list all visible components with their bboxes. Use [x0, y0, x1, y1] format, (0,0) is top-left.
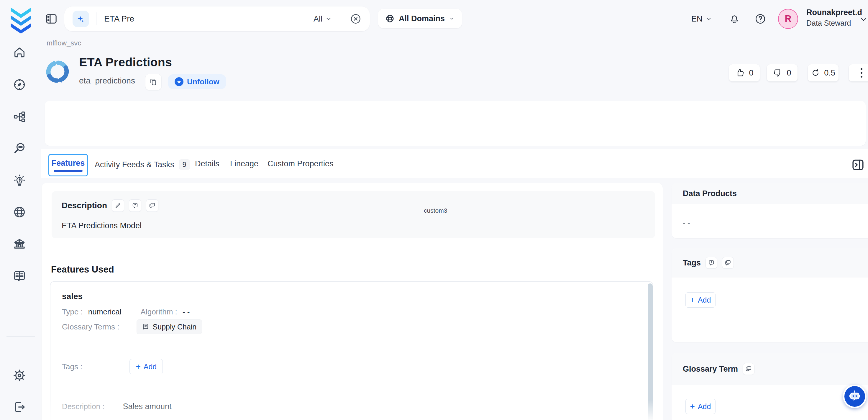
ai-sparkles-icon[interactable] — [72, 11, 89, 27]
upvote-button[interactable]: 0 — [729, 64, 760, 82]
app-root: ETA Pre All All Domains EN R Rounakpreet… — [0, 0, 868, 420]
user-menu-chevron-icon[interactable] — [860, 16, 868, 24]
globe-icon — [385, 14, 395, 23]
ml-model-icon — [43, 57, 72, 86]
tags-conversations-icon[interactable] — [722, 257, 734, 269]
add-glossary-term-button[interactable]: + Add — [685, 399, 715, 414]
assistant-bot-button[interactable] — [843, 385, 867, 408]
features-tab-panel: Description custom3 ETA Predictions Mode… — [41, 183, 663, 420]
copy-button[interactable] — [145, 74, 162, 90]
chevron-down-icon — [706, 16, 712, 22]
entity-summary-card: Domain Customer Owners No Owners Tier Ti… — [45, 101, 866, 146]
copy-icon — [149, 78, 157, 86]
description-text: ETA Predictions Model — [62, 221, 142, 230]
feature-list-scrollbar[interactable] — [648, 283, 653, 420]
feature-name: sales — [62, 292, 83, 301]
version-value: 0.5 — [824, 68, 835, 78]
tab-features[interactable]: Features — [49, 154, 88, 176]
search-scope-label: All — [313, 14, 322, 24]
search-divider — [96, 12, 96, 25]
insights-bulb-icon[interactable] — [12, 173, 27, 188]
description-conversations-icon[interactable] — [146, 200, 158, 212]
language-dropdown[interactable]: EN — [691, 11, 712, 27]
tab-lineage[interactable]: Lineage — [230, 159, 258, 169]
govern-bank-icon[interactable] — [12, 237, 27, 252]
features-used-heading: Features Used — [51, 264, 114, 275]
glossary-term-chip[interactable]: Supply Chain — [136, 320, 202, 334]
type-label: Type : — [62, 307, 83, 317]
version-button[interactable]: 0.5 — [808, 64, 838, 82]
request-description-icon[interactable] — [129, 200, 141, 212]
glossary-conversations-icon[interactable] — [743, 363, 754, 375]
feature-description-label: Description : — [62, 402, 105, 411]
add-label: Add — [698, 296, 711, 304]
feature-description-value: Sales amount — [123, 402, 172, 411]
collapse-right-panel-icon[interactable] — [850, 157, 865, 172]
tab-details[interactable]: Details — [195, 159, 219, 169]
entity-fqn: eta_predictions — [79, 76, 135, 86]
data-flow-icon[interactable] — [12, 109, 27, 124]
tab-features-label: Features — [52, 159, 85, 168]
version-refresh-icon — [811, 68, 820, 77]
sidebar-toggle-icon[interactable] — [44, 11, 59, 27]
user-role: Data Steward — [806, 18, 862, 28]
observability-lens-icon[interactable] — [12, 141, 27, 156]
tab-details-label: Details — [195, 159, 219, 169]
sidebar-divider — [6, 336, 35, 337]
star-circle-icon: ★ — [175, 77, 183, 86]
tab-activity-feeds[interactable]: Activity Feeds & Tasks 9 — [95, 159, 190, 170]
upvote-count: 0 — [749, 68, 753, 78]
plus-icon: + — [136, 362, 141, 371]
search-clear-icon[interactable] — [350, 13, 362, 25]
explore-compass-icon[interactable] — [12, 77, 27, 92]
chevron-down-icon — [325, 16, 332, 22]
user-menu[interactable]: Rounakpreet.d Data Steward — [806, 7, 862, 28]
add-feature-tag-button[interactable]: + Add — [129, 359, 163, 374]
globe-icon[interactable] — [12, 204, 27, 220]
logout-icon[interactable] — [12, 399, 27, 415]
edit-description-icon[interactable] — [112, 200, 124, 212]
avatar-initial: R — [785, 13, 791, 24]
tab-custom-properties-label: Custom Properties — [268, 159, 334, 169]
more-actions-button[interactable] — [849, 64, 868, 82]
tags-card: Tags + Add — [672, 248, 868, 342]
tab-activity-count-badge: 9 — [179, 159, 190, 170]
tags-title: Tags — [683, 258, 701, 268]
data-products-empty: - - — [683, 218, 690, 228]
user-avatar[interactable]: R — [778, 9, 798, 29]
downvote-button[interactable]: 0 — [767, 64, 798, 82]
feature-tags-row: Tags : + Add — [62, 359, 163, 374]
notifications-bell-icon[interactable] — [728, 13, 740, 25]
tab-bar: Features Activity Feeds & Tasks 9 Detail… — [41, 149, 868, 178]
home-icon[interactable] — [12, 45, 27, 60]
thumbs-up-icon — [735, 68, 745, 78]
feature-glossary-row: Glossary Terms : Supply Chain — [62, 320, 202, 334]
tab-custom-properties[interactable]: Custom Properties — [268, 159, 334, 169]
domain-filter-label: All Domains — [399, 14, 445, 23]
glossary-term-title: Glossary Term — [683, 365, 738, 374]
unfollow-label: Unfollow — [187, 77, 219, 86]
app-logo[interactable] — [5, 3, 37, 35]
request-tags-icon[interactable] — [706, 257, 717, 269]
page-title: ETA Predictions — [79, 55, 172, 69]
feature-algorithm-value: - - — [183, 307, 190, 317]
glossary-term-card: Glossary Term + Add — [672, 353, 868, 420]
domain-filter-dropdown[interactable]: All Domains — [378, 9, 462, 28]
search-scope-dropdown[interactable]: All — [313, 14, 332, 24]
glossary-term-name: Supply Chain — [153, 323, 197, 331]
description-title: Description — [62, 201, 107, 210]
settings-gear-icon[interactable] — [12, 368, 27, 383]
glossary-book-icon[interactable] — [12, 268, 27, 283]
glossary-terms-label: Glossary Terms : — [62, 322, 119, 332]
unfollow-button[interactable]: ★ Unfollow — [168, 74, 226, 89]
help-icon[interactable] — [754, 13, 766, 25]
global-search-bar[interactable]: ETA Pre All — [64, 6, 370, 31]
tab-activity-label: Activity Feeds & Tasks — [95, 160, 174, 169]
plus-icon: + — [690, 402, 695, 411]
search-input[interactable]: ETA Pre — [104, 14, 134, 24]
tab-lineage-label: Lineage — [230, 159, 258, 169]
left-nav-rail — [0, 0, 41, 420]
breadcrumb[interactable]: mlflow_svc — [46, 39, 81, 47]
add-tag-button[interactable]: + Add — [685, 292, 715, 308]
search-divider-2 — [341, 12, 341, 25]
